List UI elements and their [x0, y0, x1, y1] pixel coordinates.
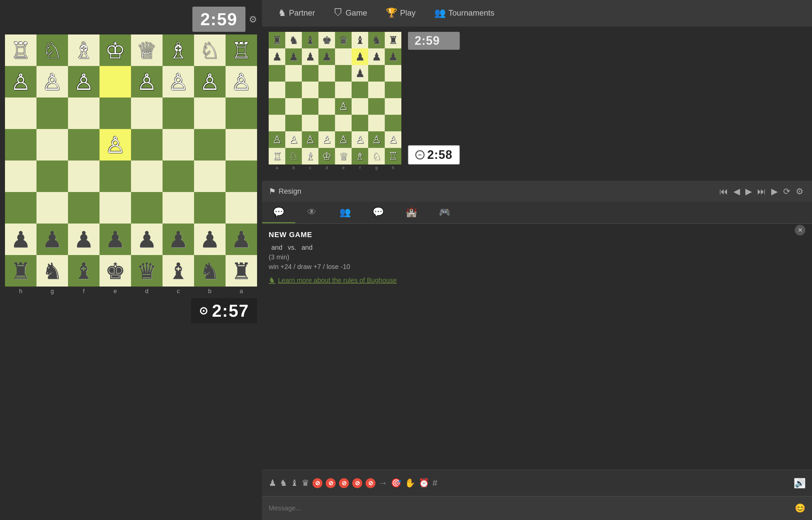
- mini-board-cell[interactable]: ♙: [269, 131, 285, 148]
- mini-board-cell[interactable]: ♗: [351, 148, 368, 164]
- board-cell[interactable]: [68, 160, 100, 192]
- mini-board-cell[interactable]: ♔: [318, 148, 335, 164]
- mini-board-cell[interactable]: [318, 65, 335, 82]
- board-cell[interactable]: ♟: [5, 224, 36, 255]
- board-cell[interactable]: ♔: [100, 34, 131, 66]
- pawn-piece-btn[interactable]: ♟: [269, 478, 276, 488]
- board-cell[interactable]: ♞: [36, 255, 68, 287]
- mini-board-cell[interactable]: [335, 48, 351, 65]
- board-cell[interactable]: [131, 192, 162, 224]
- nav-play[interactable]: 🏆 Play: [376, 0, 425, 27]
- board-cell[interactable]: [194, 98, 226, 129]
- arrow-icon[interactable]: →: [379, 478, 387, 488]
- board-cell[interactable]: [131, 160, 162, 192]
- mini-board-cell[interactable]: [368, 98, 385, 115]
- mini-board-cell[interactable]: ♟: [302, 48, 318, 65]
- first-move-button[interactable]: ⏮: [717, 185, 730, 198]
- board-cell[interactable]: ♝: [68, 255, 100, 287]
- board-cell[interactable]: [131, 98, 162, 129]
- board-cell[interactable]: [100, 192, 131, 224]
- board-cell[interactable]: [162, 160, 194, 192]
- board-cell[interactable]: ♛: [131, 255, 162, 287]
- hand-icon[interactable]: ✋: [405, 478, 415, 488]
- board-cell[interactable]: ♟: [68, 224, 100, 255]
- board-cell[interactable]: [100, 98, 131, 129]
- last-move-button[interactable]: ⏭: [755, 185, 768, 198]
- emoji-button[interactable]: 😊: [795, 503, 805, 513]
- mini-board-cell[interactable]: [351, 98, 368, 115]
- mini-board-cell[interactable]: ♖: [269, 148, 285, 164]
- board-cell[interactable]: ♟: [100, 224, 131, 255]
- mini-board-cell[interactable]: ♟: [351, 48, 368, 65]
- board-cell[interactable]: ♚: [100, 255, 131, 287]
- knight-piece-btn[interactable]: ♞: [280, 478, 287, 488]
- tab-players[interactable]: 👥: [329, 202, 362, 223]
- mini-board-cell[interactable]: [351, 82, 368, 98]
- close-chat-button[interactable]: ✕: [795, 225, 805, 235]
- no-button-5[interactable]: ⊘: [366, 478, 375, 488]
- mini-board-cell[interactable]: [318, 115, 335, 131]
- mini-board-cell[interactable]: [368, 115, 385, 131]
- board-cell[interactable]: [5, 160, 36, 192]
- mini-board-cell[interactable]: ♚: [318, 32, 335, 48]
- mini-board-cell[interactable]: ♞: [285, 32, 302, 48]
- board-cell[interactable]: [162, 192, 194, 224]
- board-cell[interactable]: ♟: [162, 224, 194, 255]
- mini-board-cell[interactable]: [368, 65, 385, 82]
- board-cell[interactable]: [100, 160, 131, 192]
- queen-piece-btn[interactable]: ♛: [302, 478, 309, 488]
- mini-board-cell[interactable]: ♘: [285, 148, 302, 164]
- board-cell[interactable]: ♟: [131, 224, 162, 255]
- play-button[interactable]: ▶: [769, 185, 780, 198]
- mini-board-cell[interactable]: ♗: [302, 148, 318, 164]
- board-cell[interactable]: [36, 160, 68, 192]
- board-cell[interactable]: [226, 192, 257, 224]
- mini-board-cell[interactable]: [285, 98, 302, 115]
- mini-board-cell[interactable]: [269, 115, 285, 131]
- mini-board-cell[interactable]: ♛: [335, 32, 351, 48]
- nav-tournaments[interactable]: 👥 Tournaments: [425, 0, 504, 27]
- board-cell[interactable]: [194, 129, 226, 160]
- board-cell[interactable]: ♖: [226, 34, 257, 66]
- bughouse-link[interactable]: ♞ Learn more about the rules of Bughouse: [269, 276, 805, 285]
- board-cell[interactable]: [68, 98, 100, 129]
- gear-button[interactable]: ⚙: [249, 14, 257, 25]
- next-move-button[interactable]: ▶: [743, 185, 754, 198]
- mini-board-cell[interactable]: [285, 115, 302, 131]
- board-cell[interactable]: [226, 129, 257, 160]
- board-cell[interactable]: ♞: [194, 255, 226, 287]
- mini-board-cell[interactable]: ♟: [351, 65, 368, 82]
- board-cell[interactable]: [100, 66, 131, 98]
- sound-button[interactable]: 🔊: [794, 478, 805, 489]
- board-cell[interactable]: ♗: [68, 34, 100, 66]
- board-cell[interactable]: [5, 98, 36, 129]
- board-cell[interactable]: [131, 129, 162, 160]
- settings-button[interactable]: ⚙: [794, 185, 805, 198]
- no-button-1[interactable]: ⊘: [312, 478, 322, 488]
- mini-board-cell[interactable]: [269, 98, 285, 115]
- mini-board-cell[interactable]: [302, 82, 318, 98]
- mini-board-cell[interactable]: [385, 115, 401, 131]
- hash-icon[interactable]: #: [433, 478, 437, 488]
- mini-board-cell[interactable]: ♟: [368, 48, 385, 65]
- mini-board-cell[interactable]: ♘: [368, 148, 385, 164]
- mini-board-cell[interactable]: [335, 115, 351, 131]
- mini-board-cell[interactable]: ♟: [385, 48, 401, 65]
- mini-board-cell[interactable]: [335, 82, 351, 98]
- board-cell[interactable]: ♙: [5, 66, 36, 98]
- mini-board-cell[interactable]: ♙: [368, 131, 385, 148]
- board-cell[interactable]: [226, 98, 257, 129]
- prev-move-button[interactable]: ◀: [731, 185, 742, 198]
- mini-board-cell[interactable]: ♙: [302, 131, 318, 148]
- mini-board-cell[interactable]: [385, 65, 401, 82]
- nav-game[interactable]: ⛉ Game: [324, 0, 376, 27]
- tab-chat[interactable]: 💬: [262, 202, 295, 223]
- mini-board-cell[interactable]: ♟: [318, 48, 335, 65]
- no-button-4[interactable]: ⊘: [352, 478, 362, 488]
- clock-action-icon[interactable]: ⏰: [419, 478, 429, 488]
- board-cell[interactable]: ♟: [36, 224, 68, 255]
- mini-board-cell[interactable]: ♙: [385, 131, 401, 148]
- tab-castle[interactable]: 🏰: [395, 202, 428, 223]
- resign-button[interactable]: ⚑ Resign: [269, 187, 301, 196]
- board-cell[interactable]: ♙: [226, 66, 257, 98]
